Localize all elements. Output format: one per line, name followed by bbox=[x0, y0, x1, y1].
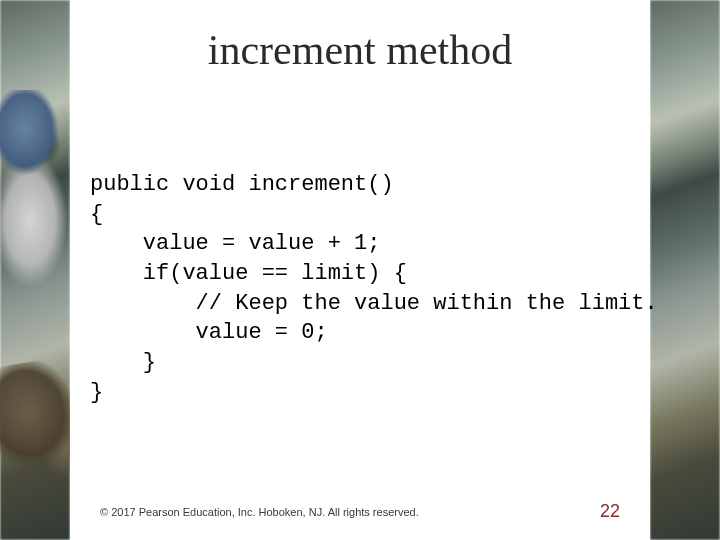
slide: increment method public void increment()… bbox=[0, 0, 720, 540]
page-number: 22 bbox=[600, 501, 620, 522]
copyright-text: © 2017 Pearson Education, Inc. Hoboken, … bbox=[100, 506, 419, 518]
background-strip-right bbox=[650, 0, 720, 540]
content-area: increment method public void increment()… bbox=[70, 0, 650, 540]
code-block: public void increment() { value = value … bbox=[90, 170, 640, 408]
slide-title: increment method bbox=[70, 26, 650, 74]
